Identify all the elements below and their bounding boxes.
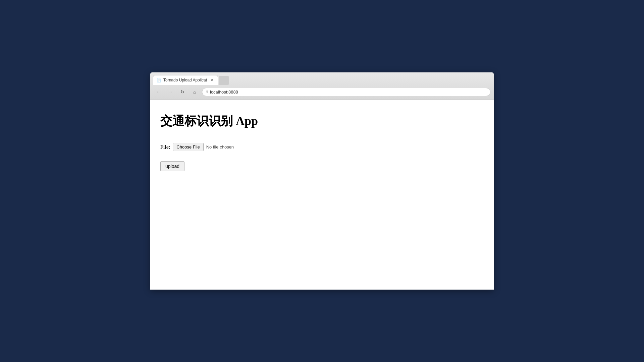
- tab-title: Tornado Upload Applicat: [163, 78, 207, 82]
- page-heading: 交通标识识别 App: [160, 113, 484, 129]
- home-button[interactable]: ⌂: [190, 87, 199, 97]
- upload-button[interactable]: upload: [160, 161, 184, 171]
- new-tab-button[interactable]: [219, 76, 229, 85]
- browser-window: 📄 Tornado Upload Applicat ✕ ← → ↻ ⌂ ℹ lo…: [150, 72, 494, 290]
- address-bar-row: ← → ↻ ⌂ ℹ localhost:8888: [150, 85, 494, 99]
- desktop: 📄 Tornado Upload Applicat ✕ ← → ↻ ⌂ ℹ lo…: [0, 0, 644, 362]
- tab-close-button[interactable]: ✕: [209, 77, 214, 83]
- file-label: File:: [160, 144, 170, 150]
- no-file-text: No file chosen: [206, 144, 234, 149]
- address-text: localhost:8888: [210, 89, 238, 95]
- tab-bar: 📄 Tornado Upload Applicat ✕: [150, 72, 494, 85]
- tab-icon: 📄: [157, 78, 161, 82]
- browser-chrome: 📄 Tornado Upload Applicat ✕ ← → ↻ ⌂ ℹ lo…: [150, 72, 494, 100]
- address-bar[interactable]: ℹ localhost:8888: [202, 88, 490, 96]
- file-input-row: File: Choose File No file chosen: [160, 143, 484, 151]
- browser-content: 交通标识识别 App File: Choose File No file cho…: [150, 100, 494, 290]
- browser-tab-active[interactable]: 📄 Tornado Upload Applicat ✕: [153, 75, 218, 85]
- security-icon: ℹ: [206, 89, 208, 94]
- choose-file-button[interactable]: Choose File: [173, 143, 203, 151]
- back-button[interactable]: ←: [154, 87, 163, 97]
- forward-button[interactable]: →: [166, 87, 175, 97]
- reload-button[interactable]: ↻: [178, 87, 187, 97]
